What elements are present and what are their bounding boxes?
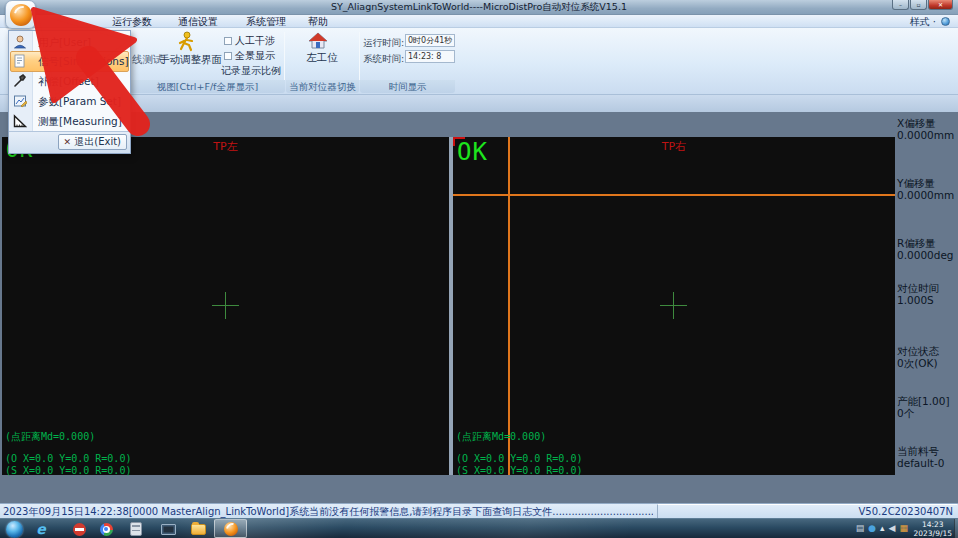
window-inner-strip <box>0 95 958 112</box>
metric-r-offset: R偏移量 0.0000deg <box>897 237 957 261</box>
help-icon[interactable] <box>941 17 950 26</box>
alignment-line-vertical <box>508 137 510 475</box>
taskbar-display-settings[interactable] <box>157 521 179 537</box>
metric-align-status: 对位状态 0次(OK) <box>897 345 957 369</box>
maximize-button[interactable]: ▫ <box>910 0 927 10</box>
metric-label: X偏移量 <box>897 117 957 129</box>
tray-message-icon[interactable]: ▤ <box>856 522 865 534</box>
crosshair-icon <box>225 292 226 319</box>
menu-style[interactable]: 样式 · <box>910 15 936 28</box>
camera-panel-left[interactable]: OK TP左 (点距离Md=0.000) (O X=0.0 Y=0.0 R=0.… <box>2 137 449 475</box>
menu-run-params[interactable]: 运行参数 <box>112 15 152 28</box>
app-menu-label: 用户[User] <box>38 36 91 50</box>
left-station-button[interactable]: 左工位 <box>300 51 344 65</box>
metric-label: Y偏移量 <box>897 177 957 189</box>
metrics-sidebar: X偏移量 0.0000mm Y偏移量 0.0000mm R偏移量 0.0000d… <box>897 112 957 503</box>
menu-comm-settings[interactable]: 通信设置 <box>178 15 218 28</box>
taskbar-internet-explorer[interactable]: e <box>30 521 52 537</box>
title-bar: SY_AliagnSystemLinkToWorld----MicroDistP… <box>0 0 958 15</box>
taskbar-clock[interactable]: 14:23 2023/9/15 <box>914 520 952 538</box>
ribbon-group-station: 当前对位器切换 <box>286 80 359 93</box>
right-offset-o-readout: (O X=0.0 Y=0.0 R=0.0) <box>456 453 582 464</box>
checkbox-icon[interactable] <box>224 52 232 60</box>
app-menu-label: 测量[Measuring] <box>38 115 122 129</box>
menu-bar: 运行参数 通信设置 系统管理 帮助 样式 · <box>0 15 958 28</box>
app-menu-label: 补偿[Offset] <box>38 75 99 89</box>
taskbar-chrome[interactable] <box>95 521 117 537</box>
app-menu-label: 参数[Param Set] <box>38 95 121 109</box>
folder-icon <box>191 524 206 535</box>
record-scale-button[interactable]: 记录显示比例 <box>221 64 281 78</box>
app-menu-footer: ✕ 退出(Exit) <box>9 131 130 153</box>
tray-ime-icon[interactable]: ▦ <box>899 522 908 534</box>
metric-label: 对位时间 <box>897 282 957 294</box>
panorama-checkbox[interactable]: 全景显示 <box>224 49 275 63</box>
measure-icon <box>13 114 27 128</box>
metric-part-number: 当前料号 default-0 <box>897 445 957 469</box>
metric-align-time: 对位时间 1.000S <box>897 282 957 306</box>
walking-person-icon[interactable] <box>176 31 196 52</box>
version-label: V50.2C20230407N <box>657 504 957 518</box>
app-menu-dropdown: 用户[User] 信号[Simulations] 补偿[Offset] 参数[P… <box>8 30 131 154</box>
tray-network-icon[interactable]: ● <box>868 522 876 534</box>
left-distance-readout: (点距离Md=0.000) <box>5 430 95 444</box>
metric-label: 当前料号 <box>897 445 957 457</box>
menu-help[interactable]: 帮助 <box>308 15 328 28</box>
metric-value: 0.0000mm <box>897 189 957 201</box>
app-menu-item-param[interactable]: 参数[Param Set] <box>9 91 130 111</box>
taskbar-microdist-app-active[interactable] <box>214 519 247 538</box>
microdist-logo-icon <box>10 4 32 26</box>
clock-time: 14:23 <box>914 520 952 529</box>
metric-value: default-0 <box>897 457 957 469</box>
client-area: OK TP左 (点距离Md=0.000) (O X=0.0 Y=0.0 R=0.… <box>0 112 958 503</box>
app-menu-item-user[interactable]: 用户[User] <box>9 32 130 52</box>
close-button[interactable]: ✕ <box>928 0 953 10</box>
ribbon-toolbar: 线测试 手动调整界面 人工干涉 全景显示 记录显示比例 左工位 运行时间: 0时… <box>0 28 958 95</box>
windows-start-icon <box>6 521 23 538</box>
left-offset-o-readout: (O X=0.0 Y=0.0 R=0.0) <box>5 453 131 464</box>
simulations-icon <box>13 54 27 68</box>
minimize-button[interactable]: – <box>892 0 909 10</box>
taskbar-folder[interactable] <box>187 521 209 537</box>
checkbox-icon[interactable] <box>224 37 232 45</box>
metric-value: 0.0000mm <box>897 129 957 141</box>
chrome-icon <box>100 523 113 536</box>
user-icon <box>13 35 27 49</box>
app-menu-item-simulations[interactable]: 信号[Simulations] <box>9 51 130 71</box>
exit-button[interactable]: ✕ 退出(Exit) <box>58 134 127 150</box>
home-station-icon[interactable] <box>307 32 329 49</box>
param-icon <box>13 94 27 108</box>
window-title: SY_AliagnSystemLinkToWorld----MicroDistP… <box>0 1 958 14</box>
window-controls: – ▫ ✕ <box>891 0 953 10</box>
tray-volume-icon[interactable]: ◀ <box>889 522 896 534</box>
windows-start-button[interactable] <box>3 521 25 537</box>
show-desktop-button[interactable] <box>954 519 958 538</box>
manual-intervention-checkbox[interactable]: 人工干涉 <box>224 34 275 48</box>
no-entry-icon <box>73 523 86 536</box>
menu-system-admin[interactable]: 系统管理 <box>246 15 286 28</box>
app-menu-item-offset[interactable]: 补偿[Offset] <box>9 71 130 91</box>
ribbon-group-view: 视图[Ctrl+F/f全屏显示] <box>130 80 285 93</box>
status-bar: 2023年09月15日14:22:38[0000 MasterAlign_Lin… <box>0 503 958 518</box>
metric-value: 0个 <box>897 407 957 419</box>
taskbar-blocked-app[interactable] <box>68 521 90 537</box>
ribbon-separator <box>359 32 360 80</box>
metric-label: R偏移量 <box>897 237 957 249</box>
crosshair-icon <box>673 292 674 319</box>
app-menu-label: 信号[Simulations] <box>38 55 129 69</box>
metric-y-offset: Y偏移量 0.0000mm <box>897 177 957 201</box>
metric-label: 产能[1.00] <box>897 395 957 407</box>
exit-label: 退出(Exit) <box>74 136 121 147</box>
taskbar-calculator[interactable] <box>125 521 147 537</box>
internet-explorer-icon: e <box>36 521 46 537</box>
manual-intervention-label: 人工干涉 <box>235 34 275 48</box>
panorama-label: 全景显示 <box>235 49 275 63</box>
tray-show-hidden-icon[interactable]: ▴ <box>880 522 885 534</box>
app-menu-item-measuring[interactable]: 测量[Measuring] <box>9 111 130 131</box>
runtime-field: 0时0分41秒 <box>405 34 455 47</box>
manual-adjust-button[interactable]: 手动调整界面 <box>159 53 222 67</box>
camera-panel-right[interactable]: OK TP右 (点距离Md=0.000) (O X=0.0 Y=0.0 R=0.… <box>453 137 895 475</box>
app-orb-button[interactable] <box>5 0 36 29</box>
taskbar: e ▤ ● ▴ ◀ ▦ 14:23 2023/9/15 <box>0 518 958 538</box>
ribbon-group-time: 时间显示 <box>360 80 455 93</box>
